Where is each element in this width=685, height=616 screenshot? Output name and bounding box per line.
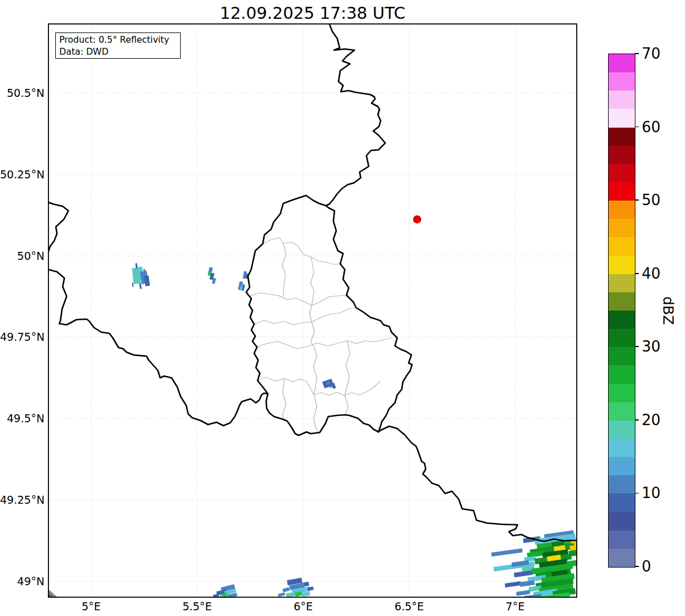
canton-border-mid bbox=[254, 308, 356, 325]
colorbar-segment bbox=[609, 219, 635, 237]
colorbar-segment bbox=[609, 384, 635, 402]
colorbar-segment bbox=[609, 365, 635, 384]
colorbar-segment bbox=[609, 128, 635, 146]
colorbar-tick-label: 70 bbox=[642, 45, 660, 62]
colorbar-segment bbox=[609, 439, 635, 457]
radar-echo-cell bbox=[505, 581, 521, 588]
canton-border-south bbox=[257, 338, 392, 349]
dbz-colorbar bbox=[608, 54, 635, 568]
radar-map-canvas bbox=[0, 0, 685, 616]
canton-border-vert-e bbox=[283, 378, 286, 419]
colorbar-segment bbox=[609, 402, 635, 421]
x-tick-label: 6°E bbox=[278, 600, 329, 613]
page-title: 12.09.2025 17:38 UTC bbox=[48, 3, 577, 23]
colorbar-tick-label: 10 bbox=[642, 484, 660, 501]
canton-border-mid-north bbox=[249, 293, 346, 305]
colorbar-tick-mark bbox=[635, 199, 639, 201]
colorbar-tick-mark bbox=[635, 273, 639, 274]
radar-echo-cell bbox=[520, 580, 535, 587]
colorbar-tick-mark bbox=[635, 493, 639, 494]
country-borders bbox=[48, 24, 577, 541]
radar-echo-cell bbox=[491, 548, 523, 557]
colorbar-segment bbox=[609, 311, 635, 329]
colorbar-segment bbox=[609, 72, 635, 91]
colorbar-segment bbox=[609, 347, 635, 365]
canton-border-vert-b bbox=[311, 258, 314, 305]
radar-echo-cell bbox=[136, 263, 138, 268]
radar-echo-cell bbox=[132, 283, 134, 287]
colorbar-tick-mark bbox=[635, 346, 639, 347]
radar-station-marker[interactable] bbox=[414, 216, 421, 223]
graticule-gridlines bbox=[48, 24, 577, 597]
x-tick-label: 7°E bbox=[490, 600, 541, 613]
colorbar-segment bbox=[609, 201, 635, 219]
colorbar-tick-label: 30 bbox=[642, 338, 660, 355]
canton-border-vert-c bbox=[309, 305, 319, 433]
radar-echo-cell bbox=[278, 592, 286, 597]
radar-echo-cell bbox=[139, 283, 141, 289]
y-tick-label: 50.5°N bbox=[0, 87, 44, 99]
y-tick-label: 49.25°N bbox=[0, 493, 44, 506]
colorbar-tick-mark bbox=[635, 566, 639, 567]
canton-border-vert-a bbox=[282, 243, 286, 296]
colorbar-segment bbox=[609, 256, 635, 274]
colorbar-tick-label: 60 bbox=[642, 119, 660, 136]
colorbar-tick-label: 40 bbox=[642, 265, 660, 282]
x-tick-label: 5.5°E bbox=[172, 600, 223, 613]
colorbar-segment bbox=[609, 292, 635, 311]
colorbar-segment bbox=[609, 146, 635, 164]
colorbar-tick-label: 50 bbox=[642, 191, 660, 209]
x-tick-label: 6.5°E bbox=[384, 600, 435, 613]
y-tick-label: 49.5°N bbox=[0, 412, 44, 425]
y-tick-label: 50°N bbox=[0, 250, 44, 262]
radar-viewer: { "title": "12.09.2025 17:38 UTC", "info… bbox=[0, 0, 685, 616]
radar-echo-cell bbox=[286, 591, 297, 597]
canton-border-north bbox=[263, 238, 340, 264]
product-info-line1: Product: 0.5° Reflectivity bbox=[59, 34, 180, 46]
colorbar-axis-label: dBZ bbox=[662, 296, 676, 325]
map-frame bbox=[48, 24, 577, 597]
belgium-germany-border bbox=[326, 24, 385, 206]
colorbar-segment bbox=[609, 164, 635, 182]
france-germany-border bbox=[378, 426, 577, 541]
y-tick-label: 50.25°N bbox=[0, 168, 44, 181]
product-info-line2: Data: DWD bbox=[59, 46, 180, 58]
canton-border-vert-d bbox=[345, 341, 350, 415]
colorbar-segment bbox=[609, 549, 635, 567]
colorbar-segment bbox=[609, 475, 635, 493]
radar-echo-layer bbox=[132, 263, 577, 601]
colorbar-tick-mark bbox=[635, 53, 639, 54]
luxembourg-border bbox=[246, 195, 412, 435]
colorbar-segment bbox=[609, 91, 635, 109]
colorbar-tick-mark bbox=[635, 419, 639, 421]
radar-echo-cell bbox=[516, 590, 531, 595]
radar-echo-cell bbox=[144, 276, 150, 287]
france-belgium-border bbox=[48, 270, 268, 426]
colorbar-segment bbox=[609, 421, 635, 439]
colorbar-tick-label: 0 bbox=[642, 558, 651, 575]
colorbar-tick-label: 20 bbox=[642, 411, 660, 429]
france-belgium-border-north bbox=[48, 202, 68, 251]
colorbar-segment bbox=[609, 531, 635, 549]
colorbar-segment bbox=[609, 457, 635, 475]
y-tick-label: 49°N bbox=[0, 575, 44, 588]
product-info-box: Product: 0.5° Reflectivity Data: DWD bbox=[55, 32, 181, 59]
colorbar-segment bbox=[609, 329, 635, 347]
radar-echo-cell bbox=[282, 587, 290, 592]
canton-border-esch bbox=[258, 377, 380, 395]
colorbar-segment bbox=[609, 182, 635, 201]
colorbar-segment bbox=[609, 109, 635, 127]
colorbar-segment bbox=[609, 512, 635, 531]
canton-borders bbox=[249, 238, 392, 433]
colorbar-tick-mark bbox=[635, 127, 639, 128]
colorbar-segment bbox=[609, 493, 635, 512]
x-tick-label: 5°E bbox=[66, 600, 117, 613]
colorbar-segment bbox=[609, 54, 635, 72]
colorbar-segment bbox=[609, 274, 635, 292]
colorbar-segment bbox=[609, 237, 635, 255]
y-tick-label: 49.75°N bbox=[0, 331, 44, 343]
